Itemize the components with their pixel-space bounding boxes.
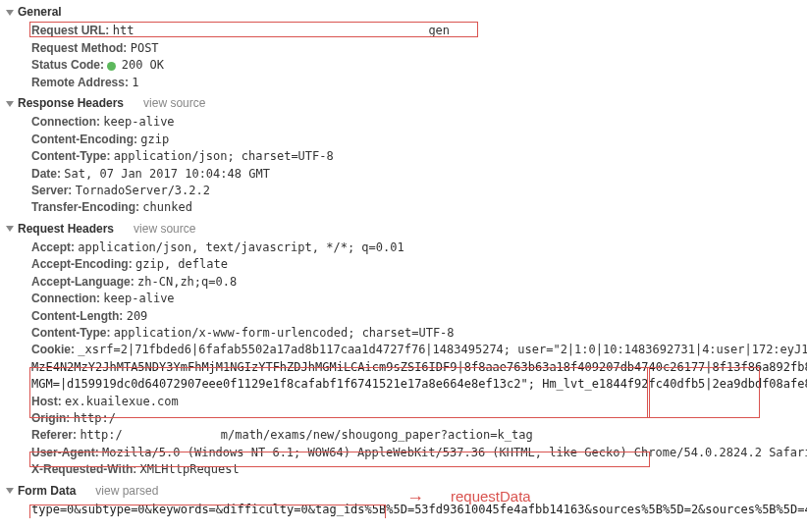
row-referer: Referer: http:/m/math/exams/new/shougong…: [4, 427, 807, 444]
view-parsed-link[interactable]: view parsed: [95, 483, 158, 500]
row-accept: Accept: application/json, text/javascrip…: [4, 239, 807, 256]
row-date: Date: Sat, 07 Jan 2017 10:04:48 GMT: [4, 166, 807, 183]
label: Request URL:: [31, 24, 109, 37]
row-connection: Connection: keep-alive: [4, 114, 807, 131]
row-status-code: Status Code: 200 OK: [4, 57, 807, 74]
value: 200 OK: [122, 58, 164, 72]
collapse-icon[interactable]: [6, 101, 14, 107]
row-content-length: Content-Length: 209: [4, 308, 807, 325]
section-title: Form Data: [18, 483, 76, 500]
row-transfer-encoding: Transfer-Encoding: chunked: [4, 199, 807, 216]
row-user-agent: User-Agent: Mozilla/5.0 (Windows NT 6.1;…: [4, 445, 807, 461]
label: Status Code:: [31, 58, 104, 72]
section-header-response-headers[interactable]: Response Headers view source: [4, 95, 807, 112]
row-content-type: Content-Type: application/x-www-form-url…: [4, 325, 807, 342]
row-cookie-cont: MzE4N2MzY2JhMTA5NDY3YmFhMjM1NGIzYTFhZDJh…: [4, 359, 807, 376]
row-cookie-cont: MGM=|d159919dc0d64072907eee0f1129e1f8caf…: [4, 376, 807, 393]
label: Remote Address:: [31, 76, 129, 89]
row-remote-address: Remote Address: 1: [4, 75, 807, 91]
row-content-type: Content-Type: application/json; charset=…: [4, 148, 807, 165]
row-form-data-body: type=0&subtype=0&keywords=&difficulty=0&…: [4, 502, 807, 518]
section-title: General: [18, 4, 62, 21]
row-cookie: Cookie: _xsrf=2|71fbded6|6fafab5502a17ad…: [4, 342, 807, 358]
row-content-encoding: Content-Encoding: gzip: [4, 132, 807, 148]
row-connection: Connection: keep-alive: [4, 291, 807, 307]
label: Request Method:: [31, 41, 127, 55]
row-accept-encoding: Accept-Encoding: gzip, deflate: [4, 256, 807, 273]
status-dot-icon: [107, 62, 116, 71]
collapse-icon[interactable]: [6, 10, 14, 16]
section-title: Response Headers: [18, 95, 124, 112]
row-server: Server: TornadoServer/3.2.2: [4, 183, 807, 199]
arrow-icon: →: [406, 485, 424, 510]
collapse-icon[interactable]: [6, 488, 14, 494]
value: POST: [131, 41, 159, 55]
row-origin: Origin: http:/: [4, 410, 807, 427]
section-header-general[interactable]: General: [4, 4, 807, 21]
annotation-label: requestData: [451, 486, 531, 507]
view-source-link[interactable]: view source: [134, 221, 195, 238]
row-host: Host: ex.kuailexue.com: [4, 394, 807, 410]
view-source-link[interactable]: view source: [143, 95, 205, 112]
row-x-requested-with: X-Requested-With: XMLHttpRequest: [4, 461, 807, 478]
collapse-icon[interactable]: [6, 226, 14, 232]
row-accept-language: Accept-Language: zh-CN,zh;q=0.8: [4, 274, 807, 291]
section-header-request-headers[interactable]: Request Headers view source: [4, 221, 807, 238]
row-request-method: Request Method: POST: [4, 40, 807, 57]
row-request-url: Request URL: httgen: [4, 23, 807, 39]
value: 1: [132, 76, 138, 89]
section-header-form-data[interactable]: Form Data view parsed: [4, 483, 807, 500]
section-title: Request Headers: [18, 221, 114, 238]
